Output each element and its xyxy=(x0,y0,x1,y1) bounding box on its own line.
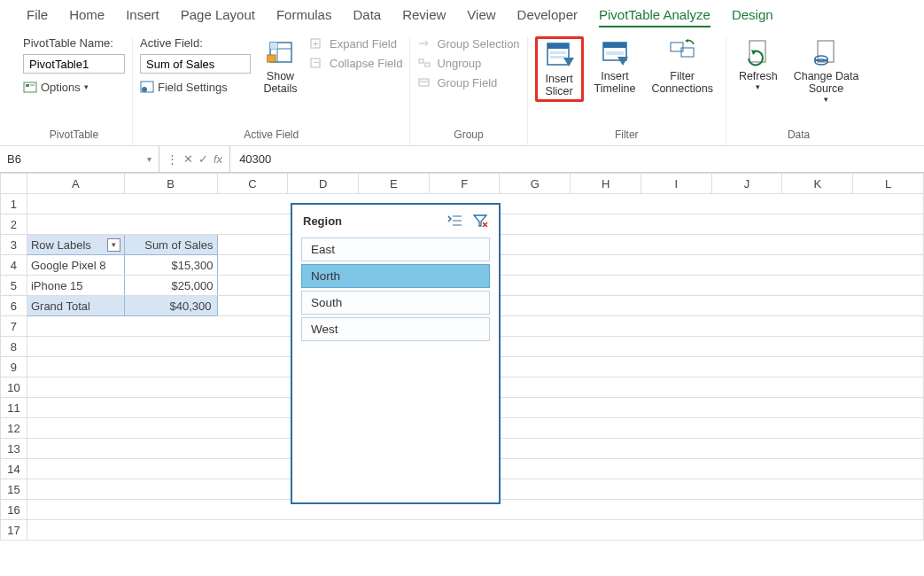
insert-timeline-button[interactable]: Insert Timeline xyxy=(589,36,641,97)
tab-file[interactable]: File xyxy=(27,7,48,27)
tab-developer[interactable]: Developer xyxy=(517,7,578,27)
ribbon-group-filter: Insert Slicer Insert Timeline Filter Con… xyxy=(528,36,726,145)
col-header[interactable]: A xyxy=(27,174,124,194)
filter-connections-button[interactable]: Filter Connections xyxy=(646,36,718,97)
insert-slicer-icon xyxy=(544,41,574,71)
tab-data[interactable]: Data xyxy=(353,7,381,27)
tab-home[interactable]: Home xyxy=(69,7,105,27)
col-header[interactable]: G xyxy=(500,174,571,194)
row-header[interactable]: 2 xyxy=(1,214,27,235)
col-header[interactable]: H xyxy=(571,174,641,194)
slicer-region[interactable]: Region East North South West xyxy=(291,203,501,504)
group-selection-button[interactable]: Group Selection xyxy=(417,36,519,51)
row-header[interactable]: 14 xyxy=(1,459,27,479)
row-header[interactable]: 5 xyxy=(1,276,27,296)
ribbon-group-data: Refresh ▾ Change Data Source ▾ Data xyxy=(726,36,871,145)
pivot-row-value[interactable]: $25,000 xyxy=(124,276,217,296)
pivottable-name-input[interactable] xyxy=(23,54,125,74)
spreadsheet-grid: A B C D E F G H I J K L 1 2 3 Row Labels… xyxy=(0,173,924,541)
pivot-grand-total-value[interactable]: $40,300 xyxy=(124,296,217,316)
expand-field-button[interactable]: + Expand Field xyxy=(310,36,402,51)
name-box[interactable]: B6 ▾ xyxy=(0,146,159,172)
col-header[interactable]: C xyxy=(217,174,288,194)
col-header[interactable]: K xyxy=(782,174,853,194)
pivot-filter-dropdown[interactable]: ▾ xyxy=(107,238,120,252)
group-field-button[interactable]: Group Field xyxy=(417,75,519,90)
formula-value[interactable]: 40300 xyxy=(230,152,280,166)
col-header[interactable]: F xyxy=(429,174,500,194)
col-header[interactable]: D xyxy=(288,174,359,194)
change-data-source-button[interactable]: Change Data Source ▾ xyxy=(788,36,865,105)
svg-rect-24 xyxy=(606,51,624,55)
row-header[interactable]: 6 xyxy=(1,296,27,316)
row-header[interactable]: 15 xyxy=(1,479,27,500)
cancel-icon[interactable]: ✕ xyxy=(183,152,193,166)
svg-rect-16 xyxy=(419,79,429,86)
options-button[interactable]: Options ▾ xyxy=(23,80,125,94)
col-header[interactable]: J xyxy=(711,174,782,194)
cell[interactable] xyxy=(27,520,923,541)
pivot-row-value[interactable]: $15,300 xyxy=(124,255,217,276)
tab-review[interactable]: Review xyxy=(402,7,446,27)
options-label: Options xyxy=(41,81,81,94)
pivot-row-label[interactable]: iPhone 15 xyxy=(27,276,124,296)
slicer-item-east[interactable]: East xyxy=(301,237,490,261)
ungroup-button[interactable]: Ungroup xyxy=(417,56,519,70)
select-all-corner[interactable] xyxy=(1,174,27,194)
pivot-row-label[interactable]: Google Pixel 8 xyxy=(27,255,124,276)
slicer-item-north[interactable]: North xyxy=(301,264,490,288)
tab-insert[interactable]: Insert xyxy=(126,7,159,27)
row-header[interactable]: 12 xyxy=(1,418,27,439)
active-field-input[interactable] xyxy=(140,54,251,74)
row-header[interactable]: 9 xyxy=(1,357,27,378)
slicer-item-south[interactable]: South xyxy=(301,291,490,315)
pivot-row-labels-header[interactable]: Row Labels ▾ xyxy=(27,235,124,255)
insert-slicer-button[interactable]: Insert Slicer xyxy=(535,36,584,102)
tab-design[interactable]: Design xyxy=(732,7,773,27)
slicer-item-west[interactable]: West xyxy=(301,317,490,341)
multi-select-icon[interactable] xyxy=(447,214,463,228)
row-header[interactable]: 3 xyxy=(1,235,27,255)
chevron-down-icon: ▾ xyxy=(756,82,760,91)
field-settings-button[interactable]: Field Settings xyxy=(140,80,251,94)
options-icon xyxy=(23,80,37,94)
row-header[interactable]: 10 xyxy=(1,378,27,398)
row-header[interactable]: 11 xyxy=(1,398,27,418)
tab-view[interactable]: View xyxy=(467,7,495,27)
insert-timeline-icon xyxy=(600,38,630,68)
svg-rect-15 xyxy=(425,63,430,66)
group-field-icon xyxy=(417,75,431,90)
row-header[interactable]: 16 xyxy=(1,500,27,520)
ribbon-group-group: Group Selection Ungroup Group Field Grou… xyxy=(410,36,527,145)
row-header[interactable]: 7 xyxy=(1,316,27,337)
col-header[interactable]: L xyxy=(853,174,924,194)
group-label-pivottable: PivotTable xyxy=(23,126,125,145)
chevron-down-icon: ▾ xyxy=(147,154,151,164)
collapse-icon: − xyxy=(310,56,324,70)
col-header[interactable]: I xyxy=(641,174,711,194)
row-header[interactable]: 13 xyxy=(1,439,27,459)
clear-filter-icon[interactable] xyxy=(472,214,488,228)
row-header[interactable]: 1 xyxy=(1,194,27,214)
row-header[interactable]: 4 xyxy=(1,255,27,276)
row-header[interactable]: 8 xyxy=(1,337,27,357)
insert-slicer-label: Insert Slicer xyxy=(545,73,572,97)
refresh-button[interactable]: Refresh ▾ xyxy=(734,36,783,93)
pivot-values-header[interactable]: Sum of Sales xyxy=(124,235,217,255)
tab-formulas[interactable]: Formulas xyxy=(276,7,332,27)
expand-field-label: Expand Field xyxy=(330,37,397,51)
pivot-grand-total-label[interactable]: Grand Total xyxy=(27,296,124,316)
expand-icon: + xyxy=(310,36,324,51)
confirm-icon[interactable]: ✓ xyxy=(198,152,208,166)
show-details-button[interactable]: Show Details xyxy=(256,36,305,97)
row-header[interactable]: 17 xyxy=(1,520,27,541)
svg-rect-8 xyxy=(270,43,277,49)
tab-pivottable-analyze[interactable]: PivotTable Analyze xyxy=(599,7,710,27)
group-label-data: Data xyxy=(734,126,864,145)
fx-icon[interactable]: fx xyxy=(214,152,222,166)
col-header[interactable]: E xyxy=(359,174,430,194)
col-header[interactable]: B xyxy=(124,174,217,194)
tab-page-layout[interactable]: Page Layout xyxy=(181,7,255,27)
collapse-field-button[interactable]: − Collapse Field xyxy=(310,56,402,70)
svg-rect-1 xyxy=(26,84,29,87)
